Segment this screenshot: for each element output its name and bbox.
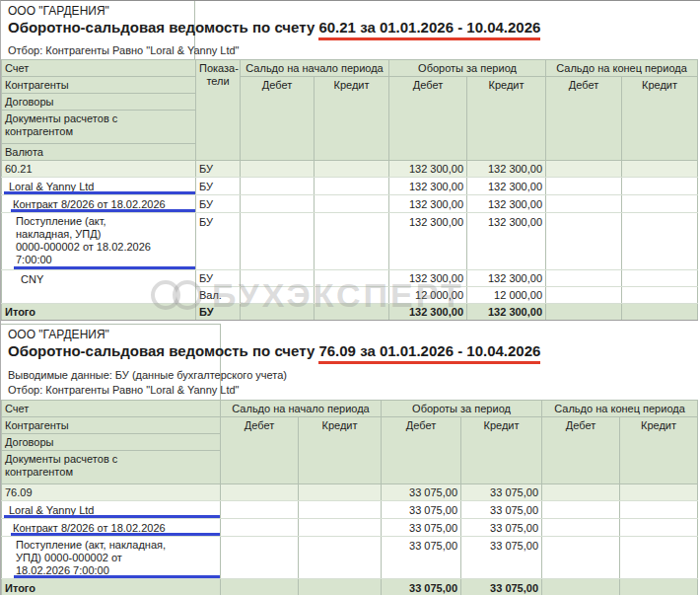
turnover-debit-cell[interactable]: 132 300,00 bbox=[389, 195, 467, 213]
opening-credit-cell[interactable] bbox=[299, 579, 382, 595]
closing-debit-cell[interactable] bbox=[546, 161, 622, 178]
opening-debit-cell[interactable] bbox=[221, 501, 299, 519]
opening-debit-cell[interactable] bbox=[221, 484, 299, 501]
turnover-credit-cell[interactable]: 33 075,00 bbox=[461, 501, 542, 519]
opening-credit-cell[interactable] bbox=[315, 287, 389, 304]
turnover-debit-cell[interactable]: 132 300,00 bbox=[389, 213, 467, 270]
opening-credit-cell[interactable] bbox=[299, 484, 382, 501]
closing-credit-cell[interactable] bbox=[620, 501, 698, 519]
closing-debit-cell[interactable] bbox=[542, 519, 620, 537]
account-code-cell[interactable]: 76.09 bbox=[2, 484, 221, 501]
turnover-credit-cell[interactable]: 33 075,00 bbox=[461, 484, 542, 501]
opening-debit-cell[interactable] bbox=[241, 304, 315, 321]
indicator-cell[interactable]: БУ bbox=[196, 161, 241, 178]
opening-debit-cell[interactable] bbox=[241, 195, 315, 213]
turnover-credit-cell[interactable]: 33 075,00 bbox=[461, 519, 542, 537]
turnover-debit-cell[interactable]: 33 075,00 bbox=[382, 537, 461, 579]
turnover-debit-cell[interactable]: 33 075,00 bbox=[382, 484, 461, 501]
contract-cell[interactable]: Контракт 8/2026 от 18.02.2026 bbox=[2, 519, 221, 537]
closing-debit-cell[interactable] bbox=[546, 287, 622, 304]
indicator-cell[interactable]: БУ bbox=[196, 213, 241, 270]
header-opening-credit: Кредит bbox=[315, 77, 389, 161]
turnover-credit-cell[interactable]: 12 000,00 bbox=[467, 287, 546, 304]
closing-credit-cell[interactable] bbox=[622, 195, 698, 213]
closing-credit-cell[interactable] bbox=[620, 579, 698, 595]
turnover-credit-cell[interactable]: 33 075,00 bbox=[461, 579, 542, 595]
closing-credit-cell[interactable] bbox=[620, 484, 698, 501]
closing-credit-cell[interactable] bbox=[620, 519, 698, 537]
opening-credit-cell[interactable] bbox=[315, 195, 389, 213]
opening-debit-cell[interactable] bbox=[241, 213, 315, 270]
opening-debit-cell[interactable] bbox=[221, 537, 299, 579]
total-label-cell[interactable]: Итого bbox=[2, 304, 196, 321]
opening-debit-cell[interactable] bbox=[241, 270, 315, 287]
closing-debit-cell[interactable] bbox=[542, 579, 620, 595]
closing-debit-cell[interactable] bbox=[542, 501, 620, 519]
closing-debit-cell[interactable] bbox=[546, 304, 622, 321]
contract-cell[interactable]: Контракт 8/2026 от 18.02.2026 bbox=[2, 195, 196, 213]
opening-credit-cell[interactable] bbox=[315, 213, 389, 270]
opening-debit-cell[interactable] bbox=[241, 161, 315, 178]
turnover-credit-cell[interactable]: 132 300,00 bbox=[467, 195, 546, 213]
document-cell[interactable]: Поступление (акт, накладная, УПД) 0000-0… bbox=[2, 213, 196, 270]
indicator-cell[interactable]: Вал. bbox=[196, 287, 241, 304]
turnover-credit-cell[interactable]: 132 300,00 bbox=[467, 178, 546, 195]
opening-credit-cell[interactable] bbox=[315, 178, 389, 195]
closing-debit-cell[interactable] bbox=[546, 195, 622, 213]
opening-credit-cell[interactable] bbox=[299, 501, 382, 519]
turnover-credit-cell[interactable]: 132 300,00 bbox=[467, 213, 546, 270]
opening-credit-cell[interactable] bbox=[315, 161, 389, 178]
opening-credit-cell[interactable] bbox=[315, 270, 389, 287]
opening-debit-cell[interactable] bbox=[221, 579, 299, 595]
closing-debit-cell[interactable] bbox=[546, 270, 622, 287]
closing-credit-cell[interactable] bbox=[620, 537, 698, 579]
turnover-credit-cell[interactable]: 132 300,00 bbox=[467, 270, 546, 287]
indicator-cell[interactable]: БУ bbox=[196, 270, 241, 287]
closing-credit-cell[interactable] bbox=[622, 178, 698, 195]
closing-debit-cell[interactable] bbox=[542, 537, 620, 579]
closing-debit-cell[interactable] bbox=[546, 213, 622, 270]
counterparty-cell[interactable]: Loral & Yanny Ltd bbox=[2, 501, 221, 519]
turnover-debit-cell[interactable]: 12 000,00 bbox=[389, 287, 467, 304]
header-opening-debit: Дебет bbox=[241, 77, 315, 161]
indicator-cell[interactable]: БУ bbox=[196, 195, 241, 213]
turnover-credit-cell[interactable]: 132 300,00 bbox=[467, 304, 546, 321]
header-counterparties: Контрагенты bbox=[2, 77, 196, 94]
header-closing-debit: Дебет bbox=[546, 77, 622, 161]
table-row-account: 76.09 33 075,00 33 075,00 bbox=[2, 484, 698, 501]
turnover-debit-cell[interactable]: 33 075,00 bbox=[382, 579, 461, 595]
turnover-debit-cell[interactable]: 33 075,00 bbox=[382, 501, 461, 519]
turnover-debit-cell[interactable]: 132 300,00 bbox=[389, 161, 467, 178]
opening-credit-cell[interactable] bbox=[315, 304, 389, 321]
closing-credit-cell[interactable] bbox=[622, 287, 698, 304]
opening-credit-cell[interactable] bbox=[299, 519, 382, 537]
account-code-cell[interactable]: 60.21 bbox=[2, 161, 196, 178]
report-title-period-underlined: 76.09 за 01.01.2026 - 10.04.2026 bbox=[318, 342, 540, 364]
opening-credit-cell[interactable] bbox=[299, 537, 382, 579]
closing-credit-cell[interactable] bbox=[622, 161, 698, 178]
document-cell[interactable]: Поступление (акт, накладная, УПД) 0000-0… bbox=[2, 537, 221, 579]
turnover-credit-cell[interactable]: 132 300,00 bbox=[467, 161, 546, 178]
header-settlement-documents: Документы расчетов с контрагентом bbox=[2, 451, 221, 484]
balance-table-60-21: Счет Показа- тели Сальдо на начало перио… bbox=[1, 59, 698, 321]
turnover-debit-cell[interactable]: 132 300,00 bbox=[389, 304, 467, 321]
indicator-cell[interactable]: БУ bbox=[196, 304, 241, 321]
closing-credit-cell[interactable] bbox=[622, 213, 698, 270]
indicator-cell[interactable]: БУ bbox=[196, 178, 241, 195]
currency-cell[interactable]: CNY bbox=[2, 270, 196, 304]
turnover-debit-cell[interactable]: 132 300,00 bbox=[389, 178, 467, 195]
turnover-credit-cell[interactable]: 33 075,00 bbox=[461, 537, 542, 579]
closing-debit-cell[interactable] bbox=[542, 484, 620, 501]
closing-credit-cell[interactable] bbox=[622, 270, 698, 287]
header-opening-debit: Дебет bbox=[221, 417, 299, 484]
closing-credit-cell[interactable] bbox=[622, 304, 698, 321]
opening-debit-cell[interactable] bbox=[241, 178, 315, 195]
turnover-debit-cell[interactable]: 33 075,00 bbox=[382, 519, 461, 537]
total-label-cell[interactable]: Итого bbox=[2, 579, 221, 595]
counterparty-cell[interactable]: Loral & Yanny Ltd bbox=[2, 178, 196, 195]
header-turnover-credit: Кредит bbox=[461, 417, 542, 484]
opening-debit-cell[interactable] bbox=[241, 287, 315, 304]
opening-debit-cell[interactable] bbox=[221, 519, 299, 537]
closing-debit-cell[interactable] bbox=[546, 178, 622, 195]
turnover-debit-cell[interactable]: 132 300,00 bbox=[389, 270, 467, 287]
